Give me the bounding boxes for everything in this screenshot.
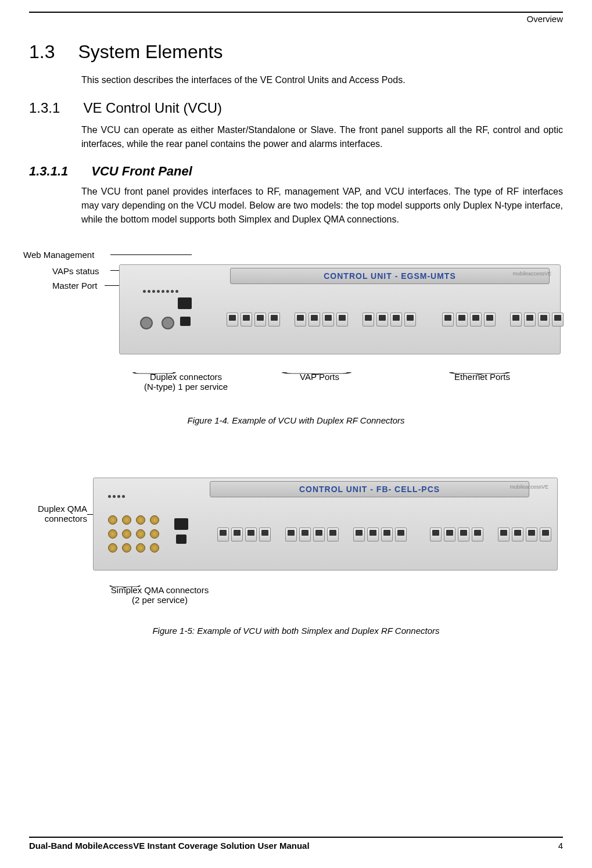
ethernet-port-icon [376, 313, 388, 327]
rf-connector-icon [140, 317, 153, 329]
ethernet-port-icon [442, 313, 454, 327]
callout-simplex-qma-line2: (2 per service) [96, 595, 224, 605]
qma-connector-icon [150, 543, 159, 553]
section-header: 1.3 System Elements [29, 41, 563, 63]
figure-2-area: Duplex QMA connectors [29, 472, 563, 623]
led-icon [157, 290, 160, 293]
ethernet-port-icon [245, 528, 257, 541]
callout-simplex-qma-line1: Simplex QMA connectors [96, 585, 224, 595]
ethernet-port-icon [404, 313, 416, 327]
ethernet-port-icon [217, 528, 229, 541]
section-title: System Elements [78, 41, 223, 63]
management-port-icon [178, 297, 192, 309]
ethernet-port-icon [381, 528, 393, 541]
ethernet-port-icon [538, 313, 550, 327]
ethernet-port-icon [231, 528, 243, 541]
qma-connector-icon [122, 543, 131, 553]
ethernet-port-icon [285, 528, 297, 541]
callout-duplex-qma-line1: Duplex QMA [23, 504, 87, 514]
qma-connector-icon [136, 515, 145, 525]
callout-line [110, 254, 192, 255]
led-icon [143, 290, 146, 293]
management-port-icon [174, 518, 188, 530]
rf-connector-icon [162, 317, 174, 329]
port-group [510, 313, 564, 327]
port-group [285, 528, 339, 541]
ethernet-port-icon [322, 313, 334, 327]
led-icon [152, 290, 155, 293]
qma-connector-icon [108, 515, 117, 525]
ethernet-port-icon [456, 313, 468, 327]
device-image-1: CONTROL UNIT - EGSM-UMTS mobileaccessVE [119, 264, 561, 354]
callout-duplex-line2: (N-type) 1 per service [128, 382, 244, 392]
ethernet-port-icon [484, 313, 496, 327]
figure-2-caption: Figure 1-5: Example of VCU with both Sim… [29, 626, 563, 636]
master-port-icon [180, 317, 191, 326]
port-group [442, 313, 496, 327]
page-footer: Dual-Band MobileAccessVE Instant Coverag… [29, 837, 563, 851]
subsubsection-title: VCU Front Panel [91, 164, 192, 179]
ethernet-port-icon [390, 313, 402, 327]
led-icon [113, 495, 116, 498]
ethernet-port-icon [254, 313, 266, 327]
subsection-number: 1.3.1 [29, 100, 60, 116]
led-icon [122, 495, 125, 498]
ethernet-port-icon [227, 313, 238, 327]
ethernet-port-icon [458, 528, 469, 541]
device-image-2: CONTROL UNIT - FB- CELL-PCS mobileaccess… [93, 478, 558, 571]
section-number: 1.3 [29, 41, 55, 63]
led-icon [108, 495, 111, 498]
figure-1-container: Web Management VAPs status Master Port [29, 247, 563, 425]
section-intro-text: This section describes the interfaces of… [81, 73, 563, 87]
ethernet-port-icon [363, 313, 374, 327]
subsection-text: The VCU can operate as either Master/Sta… [81, 123, 563, 151]
ethernet-port-icon [498, 528, 510, 541]
subsubsection-number: 1.3.1.1 [29, 164, 68, 179]
callout-web-management: Web Management [23, 250, 94, 260]
qma-connector-icon [108, 529, 117, 539]
callout-duplex-connectors: Duplex connectors (N-type) 1 per service [128, 372, 244, 392]
device-title-bar: CONTROL UNIT - EGSM-UMTS [230, 268, 550, 284]
port-group [295, 313, 348, 327]
ethernet-port-groups-2 [430, 528, 551, 541]
qma-connector-icon [122, 515, 131, 525]
ethernet-port-icon [268, 313, 280, 327]
ethernet-port-icon [241, 313, 252, 327]
status-leds [108, 495, 188, 498]
ethernet-port-icon [526, 528, 537, 541]
port-group [430, 528, 483, 541]
port-group [363, 313, 416, 327]
callout-simplex-qma: Simplex QMA connectors (2 per service) [96, 585, 224, 605]
callout-duplex-qma-line2: connectors [23, 514, 87, 523]
led-icon [148, 290, 150, 293]
footer-page-number: 4 [558, 841, 563, 851]
status-leds [143, 290, 192, 293]
callout-vaps-status: VAPs status [52, 266, 99, 276]
ethernet-port-icon [444, 528, 455, 541]
ethernet-port-icon [510, 313, 522, 327]
header-right-text: Overview [526, 14, 563, 24]
device-logo: mobileaccessVE [512, 271, 551, 277]
led-icon [175, 290, 178, 293]
callout-duplex-qma: Duplex QMA connectors [23, 504, 87, 523]
vap-port-groups [227, 313, 416, 327]
ethernet-port-icon [524, 313, 536, 327]
small-port-icon [176, 535, 186, 544]
qma-connector-icon [136, 529, 145, 539]
device-left-panel [125, 271, 192, 348]
led-icon [162, 290, 164, 293]
port-group [217, 528, 271, 541]
callout-vap-ports: VAP Ports [285, 372, 354, 382]
vap-port-groups-2 [217, 528, 407, 541]
subsection-header: 1.3.1 VE Control Unit (VCU) [29, 100, 563, 116]
ethernet-port-icon [512, 528, 523, 541]
led-icon [166, 290, 169, 293]
figure-1-caption: Figure 1-4. Example of VCU with Duplex R… [29, 415, 563, 425]
device-left-panel-2 [99, 495, 188, 554]
ethernet-port-icon [299, 528, 311, 541]
mgmt-ports-area [174, 518, 188, 544]
ethernet-port-icon [472, 528, 483, 541]
qma-connector-icon [122, 529, 131, 539]
led-icon [171, 290, 174, 293]
qma-connector-icon [150, 529, 159, 539]
